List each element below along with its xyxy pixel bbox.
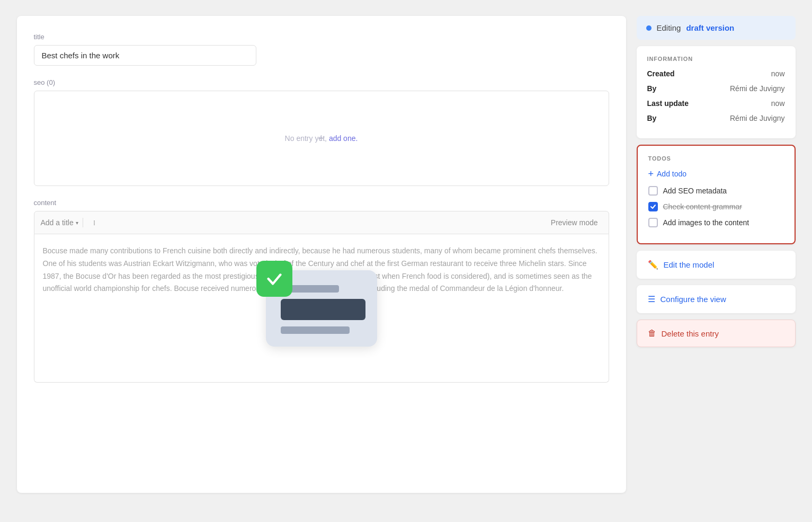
- add-todo-button[interactable]: + Add todo: [648, 169, 784, 179]
- content-body[interactable]: Bocuse made many contributions to French…: [34, 234, 609, 383]
- main-form: title seo (0) + No entry yet, add one. c…: [17, 16, 626, 493]
- todo-checkbox-grammar[interactable]: [648, 202, 658, 211]
- content-section: content Add a title ▾ ⁞ Preview mode Boc…: [34, 199, 609, 383]
- title-input[interactable]: [34, 45, 256, 66]
- todos-title: TODOS: [648, 155, 784, 162]
- info-row-last-update: Last update now: [647, 99, 785, 108]
- info-val-created: now: [771, 69, 785, 78]
- todos-card: TODOS + Add todo Add SEO metadata Check …: [637, 145, 796, 244]
- info-card: INFORMATION Created now By Rémi de Juvig…: [637, 46, 796, 138]
- preview-mode-btn[interactable]: Preview mode: [547, 216, 602, 229]
- content-text: Bocuse made many contributions to French…: [43, 245, 600, 295]
- add-todo-label: Add todo: [657, 170, 686, 178]
- seo-plus-icon: +: [318, 131, 325, 145]
- content-toolbar: Add a title ▾ ⁞ Preview mode: [34, 211, 609, 234]
- info-row-by1: By Rémi de Juvigny: [647, 84, 785, 93]
- todo-item-images: Add images to the content: [648, 218, 784, 227]
- toolbar-add-title[interactable]: Add a title ▾: [41, 218, 78, 227]
- info-val-by1: Rémi de Juvigny: [730, 84, 785, 93]
- list-icon: ☰: [648, 294, 655, 304]
- editing-prefix: Editing: [657, 23, 681, 32]
- info-key-by2: By: [647, 114, 657, 122]
- configure-view-label: Configure the view: [661, 295, 726, 304]
- todo-checkbox-seo[interactable]: [648, 186, 658, 196]
- edit-model-label: Edit the model: [664, 260, 715, 269]
- info-key-created: Created: [647, 69, 675, 78]
- info-key-by1: By: [647, 84, 657, 93]
- seo-box[interactable]: + No entry yet, add one.: [34, 91, 609, 186]
- plus-icon: +: [648, 169, 654, 179]
- toolbar-divider: [83, 218, 83, 227]
- title-label: title: [34, 33, 609, 41]
- seo-add-link[interactable]: add one.: [329, 134, 358, 143]
- trash-icon: 🗑: [648, 329, 656, 338]
- info-val-by2: Rémi de Juvigny: [730, 114, 785, 122]
- configure-view-button[interactable]: ☰ Configure the view: [637, 285, 796, 313]
- info-row-created: Created now: [647, 69, 785, 78]
- todo-checkbox-images[interactable]: [648, 218, 658, 227]
- delete-entry-label: Delete this entry: [662, 329, 719, 338]
- delete-entry-button[interactable]: 🗑 Delete this entry: [637, 320, 796, 347]
- info-section-title: INFORMATION: [647, 56, 785, 62]
- todo-text-grammar: Check content grammar: [663, 202, 742, 211]
- content-label: content: [34, 199, 609, 207]
- sidebar: Editing draft version INFORMATION Create…: [637, 16, 796, 493]
- todo-item-grammar: Check content grammar: [648, 202, 784, 211]
- seo-label: seo (0): [34, 78, 609, 86]
- info-key-last-update: Last update: [647, 99, 689, 108]
- editing-version: draft version: [686, 23, 734, 32]
- todo-item-seo: Add SEO metadata: [648, 186, 784, 196]
- editing-dot: [646, 25, 652, 31]
- toolbar-format-btn[interactable]: ⁞: [87, 216, 101, 229]
- modal-line-2: [281, 299, 365, 320]
- editing-banner: Editing draft version: [637, 16, 796, 40]
- todo-text-images: Add images to the content: [663, 218, 749, 227]
- edit-model-button[interactable]: ✏️ Edit the model: [637, 251, 796, 279]
- info-row-by2: By Rémi de Juvigny: [647, 114, 785, 122]
- todo-text-seo: Add SEO metadata: [663, 187, 727, 195]
- pencil-icon: ✏️: [648, 260, 658, 270]
- chevron-down-icon: ▾: [76, 220, 78, 226]
- modal-line-3: [281, 326, 350, 334]
- info-val-last-update: now: [771, 99, 785, 108]
